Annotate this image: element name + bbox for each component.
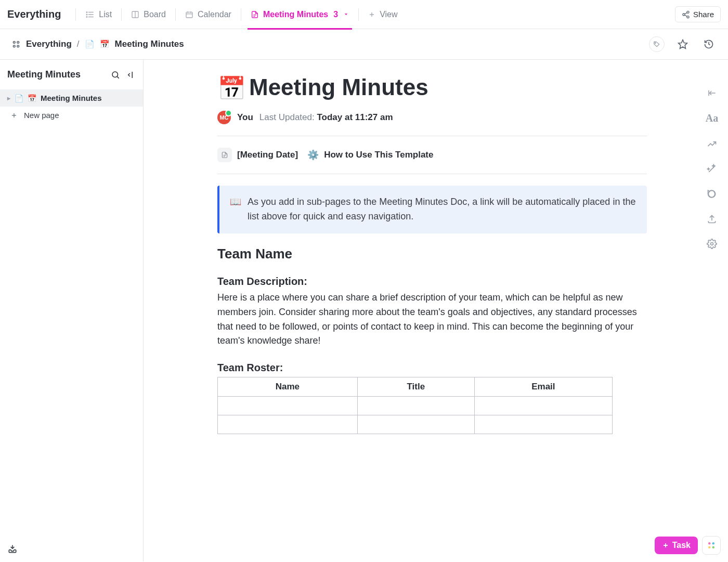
table-row[interactable] [218,415,613,434]
tab-list[interactable]: List [82,0,115,29]
plus-icon [7,112,18,119]
sidebar-item-label: Meeting Minutes [41,94,102,102]
doc-icon [251,10,259,19]
collapse-sidebar-icon[interactable] [126,70,136,80]
svg-point-5 [87,16,88,17]
svg-point-22 [17,41,19,43]
right-rail: Aa [700,88,724,249]
sidebar-item-meeting-minutes[interactable]: ▸ 📄 📅 Meeting Minutes [0,89,143,107]
heading-team-roster[interactable]: Team Roster: [217,362,647,374]
svg-marker-26 [679,40,687,49]
svg-point-16 [687,11,689,13]
breadcrumb-root[interactable]: Everything [26,39,72,49]
tab-add-view[interactable]: View [365,0,400,29]
divider [241,8,241,21]
share-button[interactable]: Share [675,6,721,22]
tab-active-label: Meeting Minutes [263,10,328,19]
sidebar-new-page[interactable]: New page [0,107,143,124]
svg-point-18 [687,16,689,18]
spark-icon[interactable] [707,139,717,149]
subpage-link-meeting-date[interactable]: [Meeting Date] [217,148,298,162]
col-title[interactable]: Title [357,377,474,397]
svg-rect-8 [186,12,192,18]
wand-icon[interactable] [707,164,717,174]
tab-active-count: 3 [333,10,338,19]
inbox-icon[interactable] [7,544,136,554]
svg-point-25 [655,43,656,44]
chevron-right-icon: ▸ [7,95,10,102]
col-email[interactable]: Email [474,377,612,397]
svg-point-45 [712,546,715,549]
tab-board-label: Board [144,10,166,19]
team-description-text[interactable]: Here is a place where you can share a br… [217,291,647,349]
floating-actions: Task [655,536,721,555]
callout-text: As you add in sub-pages to the Meeting M… [248,195,636,224]
divider [358,8,359,21]
divider [75,8,76,21]
workspace-brand[interactable]: Everything [7,8,61,20]
svg-line-20 [685,15,687,17]
svg-point-44 [708,546,711,549]
avatar[interactable]: MC [217,111,231,124]
divider [121,8,122,21]
svg-point-43 [712,542,715,545]
svg-point-39 [711,243,713,245]
calendar-emoji-icon: 📅 [28,94,36,102]
sidebar-title: Meeting Minutes [7,69,81,80]
board-icon [131,10,139,19]
svg-point-42 [708,542,711,545]
gear-icon[interactable] [707,239,717,249]
subpage-link-howto[interactable]: ⚙️ How to Use This Template [307,149,433,161]
table-row[interactable] [218,397,613,415]
apps-button[interactable] [702,536,721,555]
divider [217,136,647,136]
svg-point-4 [87,14,88,15]
typography-icon[interactable]: Aa [706,112,718,124]
share-label: Share [693,10,714,19]
history-button[interactable] [701,36,717,52]
callout-info[interactable]: 📖 As you add in sub-pages to the Meeting… [217,186,647,233]
chevron-down-icon [343,11,349,17]
svg-point-3 [87,11,88,12]
doc-icon [217,148,232,162]
book-icon: 📖 [230,195,241,224]
search-icon[interactable] [111,70,120,80]
tab-calendar[interactable]: Calendar [182,0,235,29]
tag-button[interactable] [649,36,665,52]
indent-icon[interactable] [706,88,718,98]
calendar-emoji-icon: 📅 [100,40,110,49]
tab-board[interactable]: Board [128,0,169,29]
upload-icon[interactable] [707,214,717,224]
divider [217,174,647,174]
tab-meeting-minutes[interactable]: Meeting Minutes 3 [248,0,352,29]
heading-team-name[interactable]: Team Name [217,246,647,262]
doc-emoji[interactable]: 📅 [217,75,246,100]
svg-point-27 [112,72,118,77]
tab-view-label: View [380,10,397,19]
breadcrumb: Everything / 📄 📅 Meeting Minutes [0,29,728,60]
last-updated: Last Updated: Today at 11:27 am [259,112,393,123]
tab-list-label: List [99,10,112,19]
plus-icon [368,11,375,18]
author-label: You [237,112,253,123]
col-name[interactable]: Name [218,377,358,397]
gear-icon: ⚙️ [307,149,319,161]
svg-point-37 [708,190,715,197]
svg-point-21 [13,41,15,43]
svg-line-19 [685,12,687,14]
calendar-icon [185,10,193,19]
breadcrumb-doc[interactable]: Meeting Minutes [115,39,184,49]
roster-table[interactable]: Name Title Email [217,377,613,434]
document-editor[interactable]: 📅 Meeting Minutes MC You Last Updated: T… [144,60,728,561]
divider [175,8,176,21]
star-button[interactable] [675,36,691,52]
sidebar-new-page-label: New page [24,111,59,120]
svg-point-24 [17,45,19,47]
heading-team-description[interactable]: Team Description: [217,276,647,287]
page-title[interactable]: Meeting Minutes [249,74,428,100]
new-task-button[interactable]: Task [655,537,698,554]
tab-calendar-label: Calendar [198,10,231,19]
plus-icon [662,542,669,549]
comment-icon[interactable] [707,189,717,199]
share-icon [682,10,690,19]
